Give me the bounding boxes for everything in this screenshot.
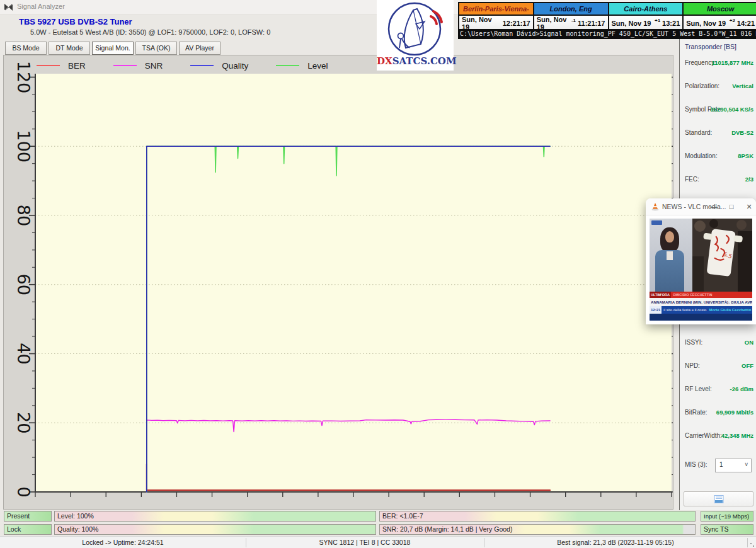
clock-berlin: Berlin-Paris-Vienna-Roma Sun, Nov 1912:2…: [459, 3, 533, 30]
present-indicator: Present: [4, 511, 52, 522]
ticker-bottom-strip: [650, 314, 752, 321]
save-settings-button[interactable]: [684, 491, 753, 506]
svg-text:80: 80: [14, 205, 33, 226]
vlc-window: NEWS - VLC media... — □ ✕: [646, 198, 756, 324]
snr-meter: SNR: 20,7 dB (Margin: 14,1 dB | Very Goo…: [379, 524, 696, 535]
tab-bar: BS Mode DT Mode Signal Mon. TSA (OK) AV …: [5, 42, 220, 54]
tuner-title: TBS 5927 USB DVB-S2 Tuner: [19, 17, 132, 26]
news-headline: ANNAMARIA BERNINI (MIN. UNIVERSITÀ): GIU…: [650, 298, 752, 306]
svg-text:40: 40: [14, 343, 33, 364]
minimize-button[interactable]: —: [709, 202, 719, 212]
svg-text:120: 120: [14, 61, 33, 94]
svg-text:20: 20: [14, 412, 33, 433]
vlc-cone-icon: [651, 202, 660, 211]
ber-meter: BER: <1.0E-7: [379, 511, 696, 522]
clock-london-city: London, Eng: [534, 3, 608, 14]
tuner-subtitle: 5.0W - Eutelsat 5 West A/B (ID: 3550) @ …: [30, 28, 270, 36]
dxsatcs-logo-text: DXSATCS.COM: [377, 55, 454, 67]
clock-berlin-city: Berlin-Paris-Vienna-Roma: [459, 3, 533, 14]
satellite-dish-icon: [377, 0, 454, 57]
ticker-time: 12:21: [650, 306, 662, 314]
quality-meter: Quality: 100%: [54, 524, 376, 535]
status-divider: [484, 538, 484, 547]
field-carrier-width: CarrierWidth:42,348 MHz: [680, 432, 756, 441]
news-anchor-scene: [650, 219, 692, 292]
mis-dropdown[interactable]: 1 ∨: [715, 459, 752, 472]
field-frequency: Frequency:11015,877 MHz: [680, 59, 756, 68]
field-rf-level: RF Level:-26 dBm: [680, 385, 756, 394]
field-symbol-rate: Symbol Rate:35290,504 KS/s: [680, 106, 756, 115]
clock-moscow-city: Moscow: [684, 3, 756, 14]
snr-line-swatch: [113, 65, 137, 66]
terminal-prompt[interactable]: C:\Users\Roman Dávid>Signal monitoring_P…: [458, 29, 756, 39]
tab-bs-mode[interactable]: BS Mode: [5, 42, 47, 55]
status-sync-counters: SYNC 1812 | TEI 8 | CC 33018: [246, 537, 484, 548]
lock-indicator: Lock: [4, 524, 52, 535]
close-button[interactable]: ✕: [744, 202, 754, 212]
level-line-swatch: [276, 65, 299, 66]
protest-crowd-scene: 6.5: [692, 219, 752, 292]
status-divider: [747, 538, 748, 547]
screen: Signal Analyzer TBS 5927 USB DVB-S2 Tune…: [0, 0, 756, 548]
ultimora-tag: ULTIM'ORA: [650, 292, 671, 298]
dxsatcs-logo: DXSATCS.COM: [377, 0, 454, 71]
legend-item-ber: BER: [37, 61, 86, 71]
svg-text:60: 60: [14, 274, 33, 295]
clock-cairo: Cairo-Athens Sun, Nov 19+113:21: [609, 3, 683, 30]
tab-dt-mode[interactable]: DT Mode: [49, 42, 90, 55]
field-issyi: ISSYI:ON: [680, 339, 756, 348]
clock-cairo-city: Cairo-Athens: [609, 3, 683, 14]
world-clocks: Berlin-Paris-Vienna-Roma Sun, Nov 1912:2…: [458, 2, 756, 31]
broadcaster-logo: [651, 220, 662, 225]
field-bitrate: BitRate:69,909 Mbit/s: [680, 409, 756, 418]
signal-chart: 020406080100120: [4, 55, 673, 508]
sidebar-title: Transponder [BS]: [685, 43, 736, 50]
svg-text:100: 100: [14, 130, 33, 163]
app-icon: [4, 3, 13, 14]
crowd-shirt-graphic: 6.5: [692, 219, 752, 292]
news-ticker: 12:21 il sito della festa e il costo Mor…: [650, 306, 752, 314]
signal-monitor-panel: 020406080100120 BER SNR Quality Level: [3, 55, 673, 510]
field-polarization: Polarization:Vertical: [680, 83, 756, 91]
field-fec: FEC:2/3: [680, 176, 756, 185]
clock-moscow: Moscow Sun, Nov 19+214:21: [684, 3, 756, 30]
input-indicator: Input (~19 Mbps): [701, 511, 753, 522]
field-npd: NPD:OFF: [680, 362, 756, 371]
svg-text:0: 0: [14, 486, 33, 497]
vlc-titlebar[interactable]: NEWS - VLC media... — □ ✕: [646, 198, 756, 215]
legend-item-snr: SNR: [113, 61, 163, 71]
clock-london: London, Eng Sun, Nov 19-111:21:17: [534, 3, 608, 30]
field-standard: Standard:DVB-S2: [680, 129, 756, 138]
disk-icon: [714, 495, 724, 503]
tab-signal-mon[interactable]: Signal Mon.: [92, 42, 134, 55]
window-title: Signal Analyzer: [17, 3, 65, 10]
status-best-signal: Best signal: 21,3 dB (2023-11-19 05:15): [484, 537, 747, 548]
field-mis: MIS (3): 1 ∨: [680, 461, 756, 470]
maximize-button[interactable]: □: [726, 202, 736, 212]
level-meter: Level: 100%: [54, 511, 376, 522]
field-modulation: Modulation:8PSK: [680, 152, 756, 161]
resize-grip[interactable]: [750, 542, 755, 547]
legend-item-quality: Quality: [190, 61, 248, 71]
tab-tsa[interactable]: TSA (OK): [135, 42, 177, 55]
tab-av-player[interactable]: AV Player: [179, 42, 220, 55]
chart-legend: BER SNR Quality Level: [37, 60, 328, 71]
status-divider: [246, 538, 246, 547]
breaking-news-banner: ULTIM'ORA OMICIDIO CECCHETTIN: [650, 292, 752, 298]
chevron-down-icon: ∨: [744, 461, 748, 467]
status-bar: Locked -> Uptime: 24:24:51 SYNC 1812 | T…: [0, 536, 756, 548]
legend-item-level: Level: [276, 61, 328, 71]
quality-line-swatch: [190, 65, 214, 66]
status-uptime: Locked -> Uptime: 24:24:51: [0, 537, 246, 548]
ber-line-swatch: [37, 65, 60, 66]
sync-ts-indicator: Sync TS: [701, 524, 753, 535]
vlc-video-frame[interactable]: 6.5 ULTIM'ORA OMICIDIO CECCHETTIN ANNAMA…: [650, 219, 752, 321]
anchor-shirt: [667, 251, 673, 260]
anchor-face: [665, 231, 674, 243]
